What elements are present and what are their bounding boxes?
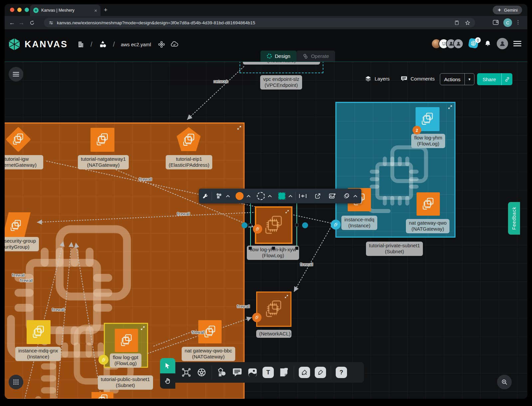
chevron-up-icon[interactable] [353,195,357,197]
tab-close-icon[interactable]: × [94,8,97,13]
traffic-close-button[interactable] [10,8,14,12]
feedback-tab[interactable]: Feedback [508,202,520,235]
edge-label-firewall[interactable]: firewall [139,177,152,182]
resize-handle[interactable] [295,223,298,227]
open-external-icon[interactable] [314,193,321,199]
flow-log-selected-badge[interactable] [253,224,262,234]
freehand-draw-tool-button[interactable] [315,367,326,378]
shapes-tool-icon[interactable] [217,367,227,378]
edge-label-firewall[interactable]: firewall [52,307,65,312]
node-clipped-bottom[interactable] [91,392,113,399]
gemini-button[interactable]: Gemini [493,6,522,14]
resize-handle[interactable] [249,247,252,250]
fill-color-swatch[interactable] [236,192,244,200]
note-tool-icon[interactable] [278,367,289,378]
resize-handle[interactable] [249,223,252,227]
node-label-vpc-endpoint[interactable]: vpc endpoint-slz(VPCEndpoint) [260,75,302,90]
node-label-route-table[interactable]: (RouteTable) [243,62,320,65]
border-style-swatch[interactable] [257,192,265,200]
configure-wrench-icon[interactable] [202,193,209,199]
account-avatar[interactable] [497,38,508,49]
node-flow-log-gpt[interactable] [115,329,138,352]
chevron-up-icon[interactable] [268,195,272,197]
node-instance-mdq-gnx[interactable] [27,320,51,344]
shapes-menu-icon[interactable] [215,192,223,200]
edge-handle-left[interactable] [242,222,248,228]
node-label-instance-mdq[interactable]: instance-mdq(Instance) [341,216,377,230]
node-label-flow-log-gpt[interactable]: flow log-gpt(FlowLog) [110,353,141,368]
node-label-security-group[interactable]: tutorial-security-group(SecurityGroup) [5,237,39,251]
add-image-icon[interactable] [329,193,336,199]
node-label-network-acl[interactable]: (NetworkACL) [256,330,291,338]
address-bar[interactable]: kanvas.new/extension/meshmap?mode=design… [44,18,475,27]
edge-label-firewall[interactable]: firewall [177,212,190,216]
share-button[interactable]: Share [477,73,512,85]
pan-tool-button[interactable] [160,373,175,389]
tab-operate[interactable]: Operate [296,51,335,62]
comments-button[interactable]: Comments [401,75,435,82]
forward-button[interactable]: → [17,19,26,26]
rename-text-icon[interactable] [299,193,307,199]
design-file-name[interactable]: aws ec2.yaml [121,42,151,47]
shape-fill-swatch[interactable] [278,192,285,200]
chevron-up-icon[interactable] [247,195,251,197]
site-settings-icon[interactable] [49,20,54,25]
resize-handle[interactable] [295,247,298,250]
node-nat-gateway-qwo[interactable] [417,192,440,216]
resize-handle[interactable] [272,247,275,250]
reload-button[interactable] [29,20,35,26]
actions-button[interactable]: Actions ▾ [440,73,474,85]
components-tool-icon[interactable] [181,367,192,378]
notifications-bell-icon[interactable] [484,40,491,48]
node-label-public-subnet1[interactable]: tutorial-public-subnet1(Subnet) [98,375,153,390]
chevron-up-icon[interactable] [288,195,292,197]
node-internet-gateway[interactable] [7,128,29,150]
zoom-in-button[interactable] [497,375,512,389]
media-tool-icon[interactable] [247,367,258,378]
collapse-node-icon[interactable] [285,210,289,214]
comment-tool-icon[interactable] [232,367,243,378]
node-network-acl[interactable] [256,292,291,327]
share-link-icon[interactable] [502,77,512,82]
layers-button[interactable]: Layers [365,75,390,82]
node-security-group[interactable] [5,212,27,239]
organization-icon[interactable] [77,40,85,48]
node-label-flow-log-yhm[interactable]: flow log-yhm(FlowLog) [411,134,445,148]
edge-handle-right[interactable] [302,222,308,228]
node-label-natgateway1[interactable]: tutorial-natgateway1(NATGateway) [78,155,129,169]
apps-grid-button[interactable] [9,375,23,389]
select-tool-button[interactable] [160,358,175,373]
text-tool-button[interactable]: T [263,367,274,378]
node-label-nat-gateway-qwo[interactable]: nat gateway-qwo(NATGateway) [406,219,449,233]
edge-label-network[interactable]: network [214,79,228,84]
node-natgateway1[interactable] [90,128,114,152]
chevron-up-icon[interactable] [226,195,230,197]
traffic-minimize-button[interactable] [17,8,22,12]
collapse-node-icon[interactable] [284,295,288,299]
network-acl-badge[interactable] [252,313,262,322]
node-label-private-subnet1[interactable]: tutorial-private-subnet1(Subnet) [366,242,423,256]
subnet-edge-badge[interactable] [331,220,341,230]
flow-log-gpt-badge[interactable] [98,355,108,365]
new-tab-button[interactable]: + [104,6,107,14]
browser-tab[interactable]: Kanvas | Meshery × [30,5,100,16]
tab-search-icon[interactable] [493,20,499,26]
traffic-zoom-button[interactable] [25,8,29,12]
save-icon[interactable] [454,20,459,25]
browser-profile-avatar[interactable]: C [503,18,512,27]
node-eip1[interactable] [177,127,201,151]
edge-label-firewall[interactable]: firewall [237,304,250,309]
design-canvas[interactable]: Layers Comments Actions ▾ Share (RouteTa… [5,62,527,399]
browser-menu-icon[interactable]: ⋮ [515,19,521,25]
bookmark-star-icon[interactable] [465,20,470,26]
kubernetes-tool-icon[interactable] [196,367,207,378]
collaborator-avatar[interactable] [453,39,463,49]
group-lasso-icon[interactable] [343,192,350,200]
kubernetes-context-switcher[interactable]: 0 [469,39,479,49]
edge-label-firewall[interactable]: firewall [20,278,33,283]
edge-label-firewall[interactable]: firewall [12,273,25,278]
canvas-menu-button[interactable] [9,67,23,82]
meshsync-icon[interactable] [158,41,165,48]
node-label-nat-gateway-qwo-bbc[interactable]: nat gateway-qwo-bbc(NATGateway) [182,347,235,361]
header-menu-icon[interactable] [513,40,521,47]
